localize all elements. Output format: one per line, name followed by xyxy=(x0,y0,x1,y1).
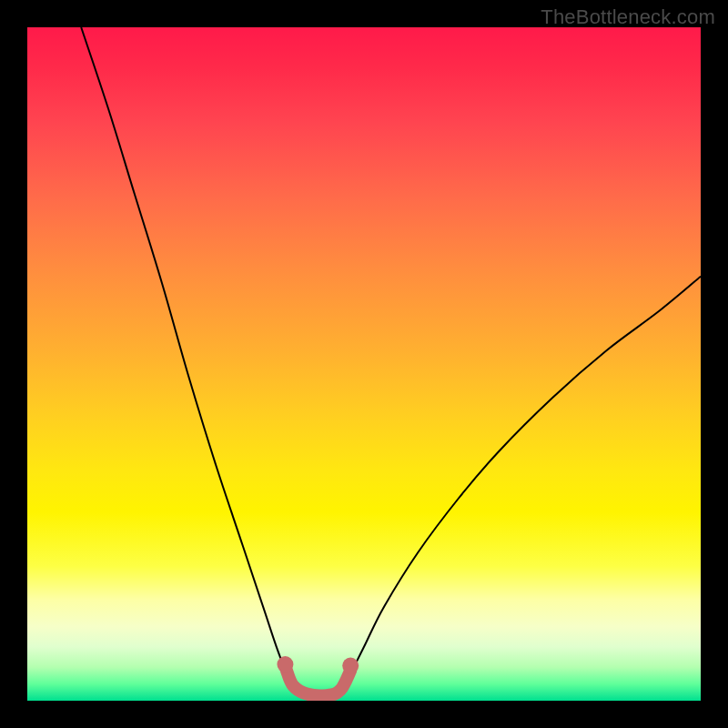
chart-plot-area xyxy=(27,27,701,701)
chart-svg xyxy=(27,27,701,701)
curve-right-ascent xyxy=(350,277,701,674)
valley-highlight-track xyxy=(287,671,350,696)
curve-left-descent xyxy=(81,27,287,673)
watermark-text: TheBottleneck.com xyxy=(541,5,715,29)
valley-end-marker xyxy=(342,658,359,674)
valley-highlight-end-markers xyxy=(277,656,359,673)
valley-end-marker xyxy=(277,656,293,672)
